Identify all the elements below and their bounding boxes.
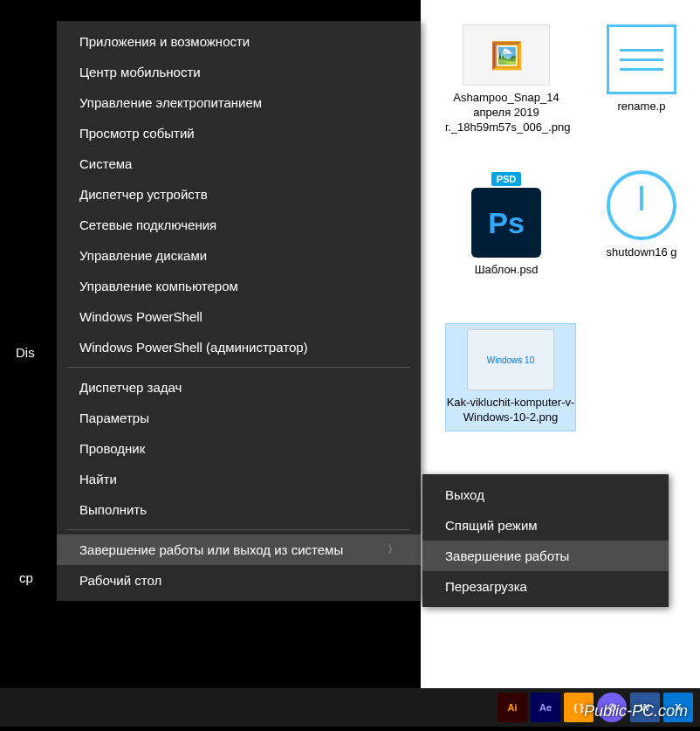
submenu-item-signout[interactable]: Выход: [422, 479, 669, 510]
menu-item-desktop[interactable]: Рабочий стол: [57, 565, 421, 596]
thumbnail-label: rename.p: [594, 100, 690, 114]
menu-item-device-manager[interactable]: Диспетчер устройств: [57, 179, 421, 210]
menu-separator: [67, 367, 410, 368]
menu-item-explorer[interactable]: Проводник: [57, 433, 421, 464]
menu-item-task-manager[interactable]: Диспетчер задач: [57, 372, 421, 403]
menu-separator: [67, 529, 410, 530]
menu-item-search[interactable]: Найти: [57, 464, 421, 494]
file-thumbnail-rename[interactable]: rename.p: [594, 24, 690, 114]
submenu-item-shutdown[interactable]: Завершение работы: [422, 541, 669, 571]
menu-item-network-connections[interactable]: Сетевые подключения: [57, 210, 421, 240]
chevron-right-icon: 〉: [388, 542, 398, 557]
thumbnail-label: Шаблон.psd: [445, 263, 567, 278]
menu-item-shutdown-signout[interactable]: Завершение работы или выход из системы 〉: [57, 534, 421, 565]
windows-thumbnail-icon: Windows 10: [467, 329, 554, 390]
menu-item-system[interactable]: Система: [57, 148, 421, 179]
menu-item-run[interactable]: Выполнить: [57, 494, 421, 525]
menu-item-powershell-admin[interactable]: Windows PowerShell (администратор): [57, 332, 421, 362]
menu-item-computer-management[interactable]: Управление компьютером: [57, 271, 421, 301]
submenu-item-sleep[interactable]: Спящий режим: [422, 510, 669, 541]
menu-item-event-viewer[interactable]: Просмотр событий: [57, 118, 421, 148]
watermark: Public-PC.com: [584, 702, 688, 721]
menu-item-powershell[interactable]: Windows PowerShell: [57, 301, 421, 332]
menu-item-power-options[interactable]: Управление электропитанием: [57, 87, 421, 118]
winx-context-menu: Приложения и возможности Центр мобильнос…: [57, 21, 421, 601]
taskbar-icon-illustrator[interactable]: Ai: [498, 693, 527, 722]
text-file-icon: [607, 24, 676, 94]
file-thumbnail-shutdown[interactable]: shutdown16 g: [594, 170, 690, 260]
taskbar-icon-aftereffects[interactable]: Ae: [531, 693, 560, 722]
desktop-text: ср: [19, 570, 33, 585]
file-thumbnail-ashampoo[interactable]: 🖼️ Ashampoo_Snap_14 апреля 2019 г._18h59…: [445, 24, 567, 135]
menu-item-apps-features[interactable]: Приложения и возможности: [57, 26, 421, 57]
desktop-text: Dis: [16, 345, 35, 360]
thumbnail-label: shutdown16 g: [594, 245, 690, 260]
shutdown-submenu: Выход Спящий режим Завершение работы Пер…: [422, 474, 669, 607]
file-thumbnail-psd[interactable]: PSD Ps Шаблон.psd: [445, 170, 567, 278]
power-icon: [607, 170, 676, 240]
menu-item-mobility-center[interactable]: Центр мобильности: [57, 57, 421, 87]
menu-item-disk-management[interactable]: Управление дисками: [57, 240, 421, 271]
file-thumbnail-kak[interactable]: Windows 10 Kak-vikluchit-komputer-v-Wind…: [445, 323, 576, 431]
menu-item-settings[interactable]: Параметры: [57, 403, 421, 433]
photoshop-icon: Ps: [471, 188, 541, 258]
thumbnail-image-icon: 🖼️: [463, 24, 550, 86]
psd-badge: PSD: [491, 172, 522, 186]
submenu-item-restart[interactable]: Перезагрузка: [422, 571, 669, 602]
thumbnail-label: Kak-vikluchit-komputer-v-Windows-10-2.pn…: [446, 396, 575, 425]
thumbnail-label: Ashampoo_Snap_14 апреля 2019 г._18h59m57…: [445, 91, 567, 135]
